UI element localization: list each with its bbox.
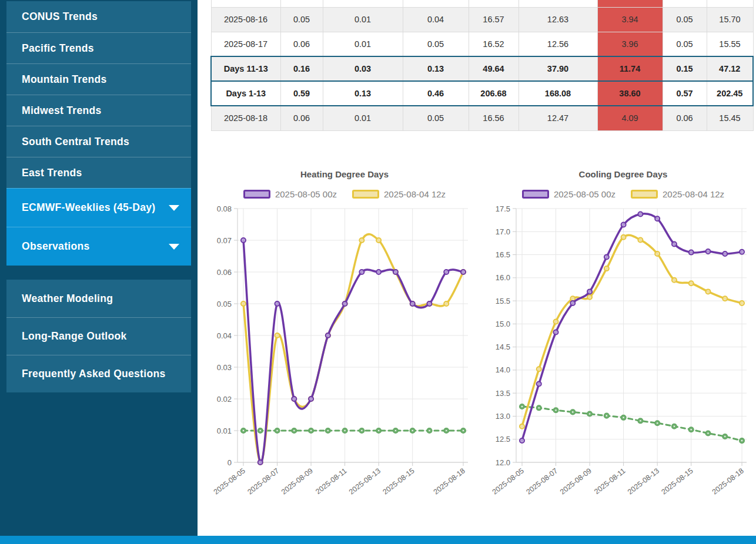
sidebar: CONUS Trends Pacific Trends Mountain Tre… [0,0,198,536]
chart-legend: 2025-08-05 00z2025-08-04 12z [488,189,756,199]
table-cell: 0.01 [323,32,403,56]
table-cell: 0.01 [323,106,403,130]
sidebar-item-observations[interactable]: Observations [6,227,191,266]
anomaly-cell: 3.96 [597,32,663,56]
table-cell: 0.05 [403,32,469,56]
sidebar-item-weather-modeling[interactable]: Weather Modeling [6,280,191,317]
legend-swatch[interactable] [631,190,658,199]
table-cell [519,0,597,7]
heating-degree-days-chart: Heating Degree Days 2025-08-05 00z2025-0… [209,169,480,507]
sidebar-item-ecmwf-weeklies[interactable]: ECMWF-Weeklies (45-Day) [6,188,191,227]
table-cell: 0.06 [280,32,323,56]
table-cell [403,0,469,7]
anomaly-cell [597,0,663,7]
svg-text:12.5: 12.5 [496,435,510,444]
svg-text:0.04: 0.04 [217,331,232,340]
sidebar-menu: CONUS Trends Pacific Trends Mountain Tre… [6,1,191,392]
svg-text:0.03: 0.03 [217,363,232,372]
sidebar-item-midwest-trends[interactable]: Midwest Trends [6,95,191,126]
table-cell: 16.56 [469,106,519,130]
table-cell: 0.03 [323,56,403,81]
table-cell: 16.57 [469,7,519,32]
sidebar-item-long-range-outlook[interactable]: Long-Range Outlook [6,317,191,355]
main-content: 2025-08-160.050.010.0416.5712.633.940.05… [198,0,756,536]
sidebar-item-pacific-trends[interactable]: Pacific Trends [6,32,191,63]
chevron-down-icon [169,205,179,211]
sidebar-item-mountain-trends[interactable]: Mountain Trends [6,63,191,95]
table-cell: 0.57 [663,81,707,106]
table-cell: 0.05 [663,32,707,56]
svg-text:0.05: 0.05 [217,300,232,308]
svg-text:2025-08-13: 2025-08-13 [626,466,661,496]
sidebar-item-east-trends[interactable]: East Trends [6,157,191,188]
svg-text:2025-08-18: 2025-08-18 [711,466,745,496]
table-cell: 0.05 [280,7,323,32]
svg-text:16.0: 16.0 [496,273,510,282]
table-cell: 49.64 [469,56,519,81]
table-row [211,0,753,7]
table-row: 2025-08-180.060.010.0516.5612.474.090.06… [211,106,753,130]
svg-text:16.5: 16.5 [496,250,510,259]
sidebar-item-label: Midwest Trends [22,105,101,117]
legend-swatch[interactable] [243,190,270,199]
sidebar-item-label: Weather Modeling [22,293,113,305]
legend-swatch[interactable] [352,190,379,199]
table-cell: 206.68 [469,81,519,106]
table-cell: 0.06 [280,106,323,130]
table-row: Days 11-130.160.030.1349.6437.9011.740.1… [211,56,753,81]
sidebar-item-conus-trends[interactable]: CONUS Trends [6,1,191,32]
svg-text:2025-08-18: 2025-08-18 [432,466,467,496]
table-cell: 12.56 [519,32,597,56]
anomaly-cell: 4.09 [597,106,663,130]
table-cell: 0.05 [663,7,707,32]
anomaly-cell: 3.94 [597,7,663,32]
legend-label[interactable]: 2025-08-04 12z [384,189,446,199]
svg-text:2025-08-07: 2025-08-07 [246,466,280,496]
svg-text:17.0: 17.0 [496,227,510,236]
table-cell: 15.55 [707,32,753,56]
legend-label[interactable]: 2025-08-05 00z [275,189,337,199]
table-cell [323,0,403,7]
table-cell: 12.63 [519,7,597,32]
svg-text:0.02: 0.02 [217,395,232,404]
table-cell [469,0,519,7]
table-row: Days 1-130.590.130.46206.68168.0838.600.… [211,81,753,106]
legend-label[interactable]: 2025-08-04 12z [663,189,724,199]
sidebar-gap [6,266,191,280]
svg-text:2025-08-07: 2025-08-07 [524,466,559,496]
sidebar-item-label: South Central Trends [22,136,129,148]
svg-text:2025-08-09: 2025-08-09 [558,466,593,496]
anomaly-cell: 11.74 [597,56,663,81]
svg-text:0.08: 0.08 [217,204,232,213]
svg-text:14.5: 14.5 [496,342,510,351]
forecast-table: 2025-08-160.050.010.0416.5712.633.940.05… [210,0,754,131]
svg-text:13.0: 13.0 [496,412,510,421]
sidebar-item-south-central-trends[interactable]: South Central Trends [6,126,191,157]
table-cell: 0.46 [403,81,469,106]
chart-title: Cooling Degree Days [488,169,756,179]
sidebar-item-label: ECMWF-Weeklies (45-Day) [22,202,155,214]
svg-text:15.0: 15.0 [496,320,510,328]
sidebar-item-faq[interactable]: Frequently Asked Questions [6,355,191,392]
svg-text:13.5: 13.5 [496,389,510,398]
legend-label[interactable]: 2025-08-05 00z [554,189,615,199]
table-cell: 16.52 [469,32,519,56]
table-cell: 202.45 [707,81,753,106]
sidebar-item-label: Long-Range Outlook [22,330,126,342]
sidebar-item-label: East Trends [22,167,82,179]
table-cell: 15.70 [707,7,753,32]
table-row: 2025-08-160.050.010.0416.5712.633.940.05… [211,7,753,32]
sidebar-item-label: Observations [22,240,89,253]
svg-text:2025-08-05: 2025-08-05 [491,466,526,496]
table-cell: 0.05 [403,106,469,130]
sidebar-item-label: Pacific Trends [22,42,94,55]
table-cell: 0.01 [323,7,403,32]
anomaly-cell: 38.60 [597,81,663,106]
legend-swatch[interactable] [522,190,549,199]
table-cell: 47.12 [707,56,753,81]
svg-text:0.06: 0.06 [217,268,232,277]
svg-text:2025-08-05: 2025-08-05 [212,466,247,496]
sidebar-item-label: Frequently Asked Questions [22,368,165,380]
table-cell: 0.06 [663,106,707,130]
table-cell [663,0,707,7]
